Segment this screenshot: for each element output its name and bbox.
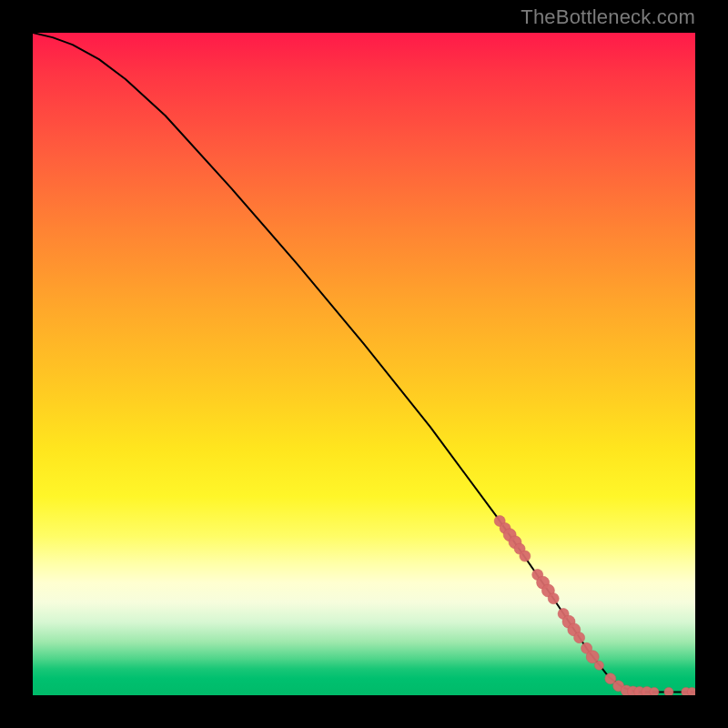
chart-stage: TheBottleneck.com (0, 0, 728, 728)
attribution-text: TheBottleneck.com (521, 5, 695, 29)
gradient-plot-area (33, 33, 695, 695)
